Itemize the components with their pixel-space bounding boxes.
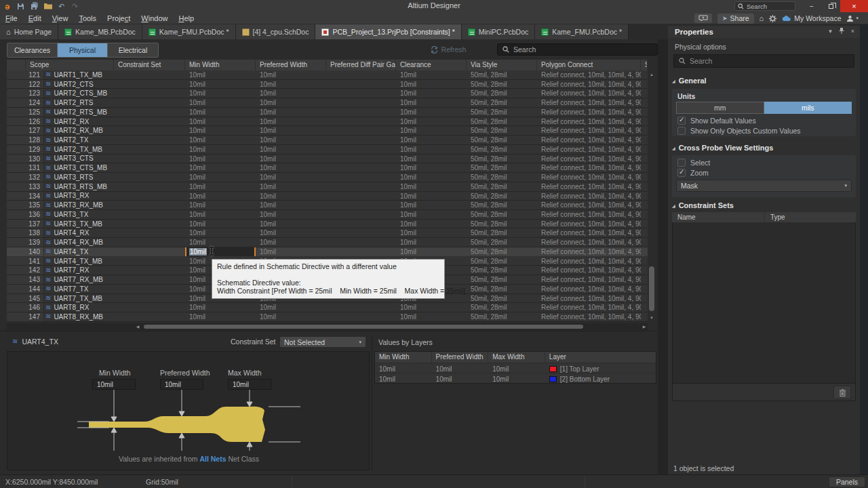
grid-sa-cell[interactable] — [641, 201, 648, 209]
grid-constraint-set-cell[interactable] — [114, 238, 185, 247]
panel-menu-icon[interactable]: ▾ — [829, 28, 832, 35]
menu-item-tools[interactable]: Tools — [79, 14, 96, 22]
doc-tab[interactable]: [4] 4_cpu.SchDoc — [236, 24, 316, 39]
grid-constraint-set-cell[interactable] — [114, 80, 185, 89]
grid-sa-cell[interactable] — [641, 89, 648, 98]
global-search-input[interactable]: Search — [734, 1, 795, 11]
grid-constraint-set-cell[interactable] — [114, 117, 185, 126]
section-cross-probe[interactable]: ◢ Cross Probe View Settings — [672, 144, 773, 152]
my-workspace-button[interactable]: My Workspace — [782, 14, 841, 22]
table-row[interactable]: 137≋UART3_TX_MB10mil10mil10mil50mil, 28m… — [7, 220, 648, 229]
grid-diff-pair-gap-cell[interactable] — [326, 220, 396, 228]
grid-via-style-cell[interactable]: 50mil, 28mil — [467, 80, 537, 89]
grid-sa-cell[interactable] — [641, 182, 648, 191]
grid-via-style-cell[interactable]: 50mil, 28mil — [467, 126, 537, 135]
grid-sa-cell[interactable] — [641, 303, 648, 312]
grid-via-style-cell[interactable]: 50mil, 28mil — [467, 182, 537, 191]
grid-polygon-connect-cell[interactable]: Relief connect, 10mil, 10mil, 4, 90 — [537, 117, 641, 126]
menu-item-file[interactable]: File — [5, 14, 18, 22]
grid-polygon-connect-cell[interactable]: Relief connect, 10mil, 10mil, 4, 90 — [537, 210, 641, 219]
table-row[interactable]: 121≋UART1_TX_MB10mil10mil10mil50mil, 28m… — [7, 70, 648, 80]
grid-constraint-set-cell[interactable] — [114, 126, 185, 135]
grid-preferred-width-cell[interactable]: 10mil — [256, 145, 326, 154]
show-default-values-checkbox[interactable] — [677, 117, 686, 125]
grid-polygon-connect-cell[interactable]: Relief connect, 10mil, 10mil, 4, 90 — [537, 163, 641, 172]
grid-preferred-width-cell[interactable]: 10mil — [256, 117, 326, 126]
horizontal-scroll-thumb[interactable] — [144, 325, 583, 329]
grid-polygon-connect-cell[interactable]: Relief connect, 10mil, 10mil, 4, 90 — [537, 98, 641, 107]
table-row[interactable]: 138≋UART4_RX10mil10mil10mil50mil, 28milR… — [7, 228, 648, 238]
grid-sa-cell[interactable] — [641, 228, 648, 237]
zoom-checkbox[interactable] — [677, 169, 686, 177]
grid-polygon-connect-cell[interactable]: Relief connect, 10mil, 10mil, 4, 90 — [537, 247, 641, 256]
grid-polygon-connect-cell[interactable]: Relief connect, 10mil, 10mil, 4, 90 — [537, 266, 641, 274]
scroll-up-icon[interactable]: ▲ — [648, 70, 656, 79]
share-button[interactable]: ➤Share — [717, 14, 754, 24]
grid-sa-cell[interactable] — [641, 155, 648, 163]
grid-sa-cell[interactable] — [641, 294, 648, 303]
grid-constraint-set-cell[interactable] — [114, 70, 185, 79]
grid-via-style-cell[interactable]: 50mil, 28mil — [467, 275, 537, 284]
layers-table-row[interactable]: 10mil10mil10mil[1] Top Layer — [375, 363, 656, 373]
grid-diff-pair-gap-cell[interactable] — [326, 192, 396, 201]
grid-via-style-cell[interactable]: 50mil, 28mil — [467, 228, 537, 237]
grid-preferred-width-cell[interactable]: 10mil — [256, 220, 326, 228]
grid-sa-cell[interactable] — [641, 98, 648, 107]
grid-min-width-cell[interactable]: 10mil — [185, 108, 256, 117]
grid-diff-pair-gap-cell[interactable] — [326, 98, 396, 107]
grid-polygon-connect-cell[interactable]: Relief connect, 10mil, 10mil, 4, 90 — [537, 145, 641, 154]
grid-clearance-cell[interactable]: 10mil — [396, 238, 467, 247]
grid-min-width-cell[interactable]: 10mil — [185, 136, 256, 144]
grid-via-style-cell[interactable]: 50mil, 28mil — [467, 201, 537, 209]
layers-column-header[interactable]: Max Width — [488, 352, 545, 363]
grid-via-style-cell[interactable]: 50mil, 28mil — [467, 247, 537, 256]
grid-sa-cell[interactable] — [641, 136, 648, 144]
grid-min-width-cell[interactable]: 10mil — [185, 220, 256, 228]
column-header-Constraint Set[interactable]: Constraint Set — [114, 60, 185, 70]
grid-diff-pair-gap-cell[interactable] — [326, 303, 396, 312]
grid-via-style-cell[interactable]: 50mil, 28mil — [467, 163, 537, 172]
grid-clearance-cell[interactable]: 10mil — [396, 136, 467, 144]
grid-constraint-set-cell[interactable] — [114, 136, 185, 144]
layers-column-header[interactable]: Min Width — [375, 352, 432, 363]
grid-clearance-cell[interactable]: 10mil — [396, 173, 467, 182]
grid-via-style-cell[interactable]: 50mil, 28mil — [467, 294, 537, 303]
grid-min-width-cell[interactable]: 10mil — [185, 155, 256, 163]
grid-preferred-width-cell[interactable]: 10mil — [256, 192, 326, 201]
grid-preferred-width-cell[interactable]: 10mil — [256, 182, 326, 191]
grid-clearance-cell[interactable]: 10mil — [396, 247, 467, 256]
grid-constraint-set-cell[interactable] — [114, 192, 185, 201]
grid-min-width-cell[interactable]: 10mil — [185, 238, 256, 247]
grid-preferred-width-cell[interactable]: 10mil — [256, 303, 326, 312]
delete-constraint-set-button[interactable] — [833, 386, 851, 399]
section-constraint-sets[interactable]: ◢ Constraint Sets — [672, 201, 734, 209]
grid-preferred-width-cell[interactable]: 10mil — [256, 98, 326, 107]
column-header-Polygon Connect[interactable]: Polygon Connect — [537, 60, 641, 70]
grid-polygon-connect-cell[interactable]: Relief connect, 10mil, 10mil, 4, 90 — [537, 312, 641, 321]
table-row[interactable]: 135≋UART3_RX_MB10mil10mil10mil50mil, 28m… — [7, 201, 648, 210]
rule-tab-physical[interactable]: Physical — [58, 43, 108, 57]
grid-constraint-set-cell[interactable] — [114, 303, 185, 312]
grid-sa-cell[interactable] — [641, 247, 648, 256]
grid-constraint-set-cell[interactable] — [114, 257, 185, 266]
grid-clearance-cell[interactable]: 10mil — [396, 303, 467, 312]
grid-preferred-width-cell[interactable]: 10mil — [256, 228, 326, 237]
grid-min-width-cell[interactable]: 10mil — [185, 182, 256, 191]
home-icon[interactable]: ⌂ — [760, 14, 764, 22]
grid-preferred-width-cell[interactable]: 10mil — [256, 70, 326, 79]
constraint-sets-name-header[interactable]: Name — [672, 212, 765, 222]
cross-probe-select-row[interactable]: Select — [677, 159, 710, 167]
doc-tab[interactable]: Kame_FMU.PcbDoc * — [535, 24, 629, 39]
grid-preferred-width-cell[interactable]: 10mil — [256, 126, 326, 135]
unit-mm-button[interactable]: mm — [676, 102, 764, 114]
grid-clearance-cell[interactable]: 10mil — [396, 182, 467, 191]
grid-polygon-connect-cell[interactable]: Relief connect, 10mil, 10mil, 4, 90 — [537, 155, 641, 163]
table-row[interactable]: 122≋UART2_CTS10mil10mil10mil50mil, 28mil… — [7, 80, 648, 89]
grid-preferred-width-cell[interactable]: 10mil — [256, 163, 326, 172]
grid-via-style-cell[interactable]: 50mil, 28mil — [467, 220, 537, 228]
scroll-down-icon[interactable]: ▼ — [648, 314, 656, 322]
preferred-width-input[interactable]: 10mil — [160, 379, 203, 390]
grid-min-width-cell[interactable]: 10mil — [185, 80, 256, 89]
grid-diff-pair-gap-cell[interactable] — [326, 70, 396, 79]
grid-clearance-cell[interactable]: 10mil — [396, 80, 467, 89]
